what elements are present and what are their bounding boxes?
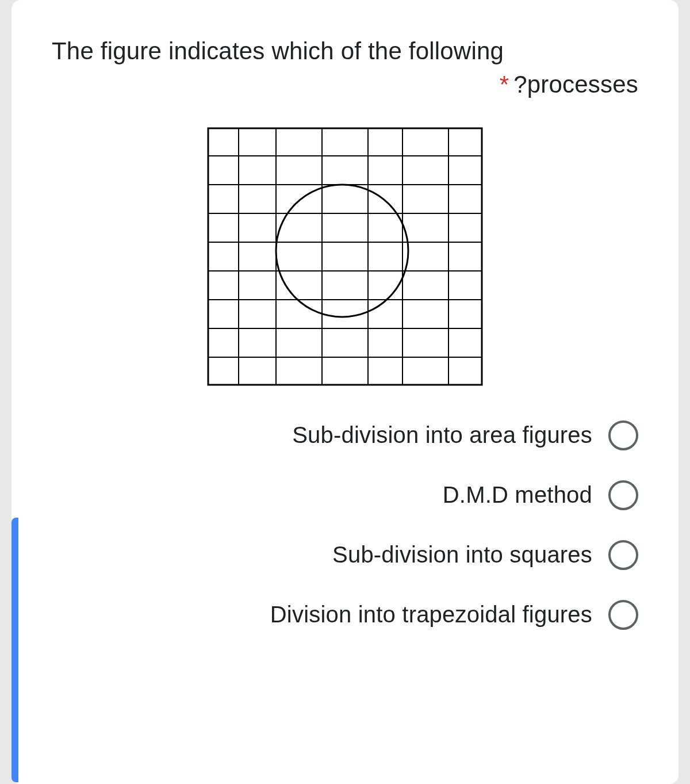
question-line1: The figure indicates which of the follow…: [52, 35, 638, 68]
option-label: Sub-division into area figures: [292, 422, 592, 448]
question-line2: *?processes: [52, 71, 638, 98]
radio-button-icon[interactable]: [608, 480, 638, 510]
active-indicator-bar: [12, 518, 18, 782]
option-label: Division into trapezoidal figures: [270, 602, 592, 628]
radio-button-icon[interactable]: [608, 600, 638, 630]
question-line2-text: ?processes: [513, 71, 638, 98]
svg-point-15: [276, 185, 408, 317]
radio-button-icon[interactable]: [608, 420, 638, 450]
option-row[interactable]: D.M.D method: [52, 480, 638, 510]
option-row[interactable]: Sub-division into squares: [52, 540, 638, 570]
option-label: D.M.D method: [443, 482, 592, 508]
svg-rect-0: [208, 128, 482, 385]
question-block: The figure indicates which of the follow…: [52, 35, 638, 98]
radio-button-icon[interactable]: [608, 540, 638, 570]
option-label: Sub-division into squares: [332, 542, 592, 568]
form-card: The figure indicates which of the follow…: [12, 0, 678, 784]
option-row[interactable]: Division into trapezoidal figures: [52, 600, 638, 630]
grid-circle-figure: [207, 127, 483, 386]
required-asterisk: *: [500, 71, 509, 98]
options-container: Sub-division into area figures D.M.D met…: [52, 420, 638, 630]
figure-container: [52, 127, 638, 386]
option-row[interactable]: Sub-division into area figures: [52, 420, 638, 450]
